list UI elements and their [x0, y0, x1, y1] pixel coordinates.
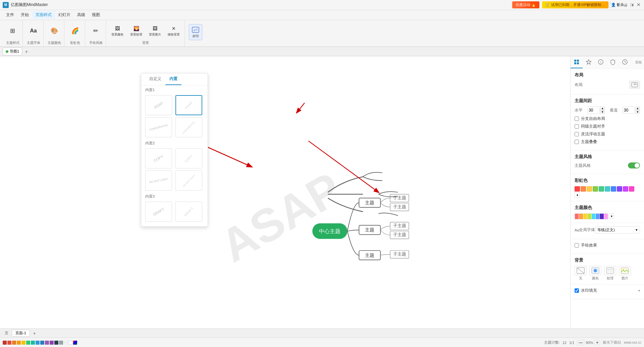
bg-color-option[interactable]: 颜色 — [589, 266, 601, 281]
theme-color-dropdown[interactable]: ▾ — [609, 213, 614, 219]
minimize-btn[interactable]: — — [623, 2, 628, 7]
float-checkbox[interactable] — [575, 132, 579, 136]
close-btn[interactable]: ✕ — [636, 2, 641, 7]
rainbow-color-5[interactable] — [599, 186, 604, 192]
popup-tab-builtin[interactable]: 内置 — [165, 73, 181, 85]
wm-donotcopy-diagonal[interactable]: DO NOT COPY — [175, 170, 202, 191]
add-page-btn[interactable]: + — [31, 330, 38, 337]
overlap-checkbox[interactable] — [575, 140, 579, 144]
bg-none-option[interactable]: 无 — [575, 266, 587, 281]
watermark-btn[interactable]: 水印 水印 — [189, 24, 202, 40]
color-purple2[interactable] — [50, 341, 54, 345]
wm-confidential-normal[interactable]: CONFIDENTIAL — [145, 117, 172, 137]
color-red2[interactable] — [7, 341, 11, 345]
bg-image-btn[interactable]: 🖼 背景图片 — [147, 23, 163, 38]
rainbow-btn[interactable]: 🌈 — [68, 25, 82, 36]
popup-tab-custom[interactable]: 自定义 — [145, 73, 165, 85]
color-more[interactable] — [73, 341, 77, 345]
rainbow-dropdown[interactable]: ▾ — [575, 192, 580, 198]
panel-tab-info[interactable]: i — [595, 56, 607, 68]
vip-button[interactable]: 🛒 试用已到期，开通VIP解锁限制， — [542, 1, 608, 8]
theme-font-btn[interactable]: Aa — [27, 25, 40, 36]
remove-bg-btn[interactable]: ✕ 移除背景 — [166, 23, 182, 38]
rainbow-color-10[interactable] — [629, 186, 634, 192]
rainbow-color-1[interactable] — [575, 186, 580, 192]
zoom-out-btn[interactable]: — — [577, 340, 584, 345]
menu-file[interactable]: 文件 — [3, 11, 17, 19]
rainbow-color-4[interactable] — [593, 186, 598, 192]
wm-copy-diagonal[interactable]: COPY — [175, 148, 202, 168]
align-checkbox[interactable] — [575, 124, 579, 129]
canvas[interactable]: ASAP 中心主题 主题 — [0, 56, 570, 328]
theme-color-gradient[interactable] — [575, 213, 608, 219]
style-toggle-switch[interactable] — [628, 162, 640, 168]
menu-slideshow[interactable]: 幻灯片 — [55, 11, 74, 19]
menu-page-style[interactable]: 页面样式 — [32, 11, 55, 19]
color-gray[interactable] — [59, 341, 63, 345]
wm-draft-normal[interactable]: DRAFT — [145, 202, 172, 222]
maximize-btn[interactable]: □ — [629, 2, 635, 7]
menu-advanced[interactable]: 高级 — [74, 11, 89, 19]
free-layout-checkbox[interactable] — [575, 117, 579, 121]
handwriting-checkbox[interactable] — [575, 243, 579, 248]
wm-asap-normal[interactable]: ASAP — [145, 95, 172, 115]
menu-home[interactable]: 开始 — [17, 11, 32, 19]
theme-color-btn[interactable]: 🎨 — [48, 25, 61, 36]
layout-icon-btn[interactable] — [629, 81, 640, 89]
color-green[interactable] — [26, 341, 30, 345]
color-light[interactable] — [64, 341, 68, 345]
color-yellow[interactable] — [17, 341, 21, 345]
bg-texture-btn[interactable]: 🌄 背景纹理 — [128, 23, 144, 38]
window-controls: — □ ✕ — [623, 2, 641, 7]
spacing-v-up[interactable]: ▲ — [635, 107, 640, 110]
color-yellow2[interactable] — [21, 341, 25, 345]
panel-tab-magic[interactable] — [583, 56, 595, 68]
bg-texture-label: 背景纹理 — [130, 32, 142, 37]
menu-view[interactable]: 视图 — [89, 11, 103, 19]
color-blue2[interactable] — [40, 341, 44, 345]
panel-collapse-btn[interactable]: 面板 — [633, 60, 644, 65]
color-orange[interactable] — [12, 341, 16, 345]
bg-image-option[interactable]: 图片 — [619, 266, 631, 281]
panel-tab-layout[interactable] — [571, 56, 583, 68]
style-label: 主题风格 — [575, 163, 591, 168]
color-purple[interactable] — [45, 341, 49, 345]
panel-tab-time[interactable] — [619, 56, 631, 68]
watermark-fill-checkbox[interactable] — [575, 288, 579, 293]
wm-donotcopy-normal[interactable]: DO NOT COPY — [145, 170, 172, 191]
font-selector[interactable]: 等线(正文) ▾ — [595, 226, 640, 233]
spacing-v-down[interactable]: ▼ — [635, 110, 640, 114]
watermark-fill-dropdown[interactable]: ▾ — [638, 289, 640, 292]
spacing-h-up[interactable]: ▲ — [600, 107, 605, 110]
spacing-v-input[interactable] — [623, 107, 635, 114]
rainbow-color-2[interactable] — [581, 186, 586, 192]
spacing-h-input[interactable] — [587, 107, 599, 114]
wm-copy-normal[interactable]: COPY — [145, 148, 172, 168]
bg-texture-option[interactable]: 纹理 — [604, 266, 616, 281]
rainbow-color-3[interactable] — [587, 186, 592, 192]
svg-line-43 — [577, 268, 584, 274]
rainbow-color-8[interactable] — [617, 186, 622, 192]
promo-button[interactable]: 优惠活动 🔥 — [512, 1, 539, 8]
rainbow-color-9[interactable] — [623, 186, 628, 192]
color-red[interactable] — [3, 341, 7, 345]
color-teal[interactable] — [31, 341, 35, 345]
tab-diagram1[interactable]: 导图1 — [3, 48, 22, 55]
zoom-in-btn[interactable]: + — [594, 340, 600, 345]
color-blue[interactable] — [36, 341, 40, 345]
wm-draft-diagonal[interactable]: DRAFT — [175, 202, 202, 222]
color-dark[interactable] — [54, 341, 58, 345]
rainbow-color-7[interactable] — [611, 186, 616, 192]
wm-confidential-diagonal[interactable]: CONFIDENTIAL — [175, 117, 202, 137]
color-white[interactable] — [68, 341, 72, 345]
panel-tab-security[interactable] — [607, 56, 619, 68]
theme-style-btn[interactable]: ⊞ — [6, 25, 19, 36]
handraw-btn[interactable]: ✏ — [89, 25, 103, 36]
spacing-h-down[interactable]: ▼ — [600, 110, 605, 114]
tab-add-btn[interactable]: + — [23, 49, 30, 55]
page-tab-1[interactable]: 页面-1 — [12, 330, 30, 337]
rainbow-color-6[interactable] — [605, 186, 610, 192]
bg-color-btn[interactable]: 🖼 背景颜色 — [109, 23, 125, 38]
login-button[interactable]: 👤 登录 — [611, 2, 624, 7]
wm-asap-diagonal[interactable]: ASAP — [175, 95, 202, 115]
